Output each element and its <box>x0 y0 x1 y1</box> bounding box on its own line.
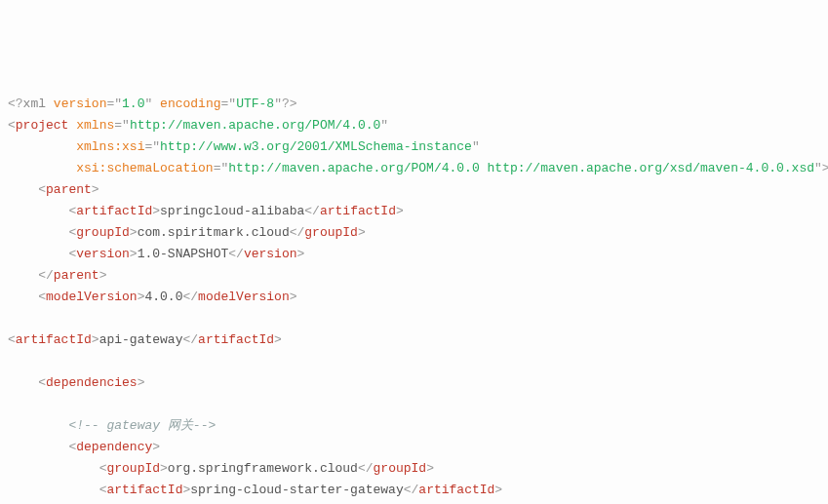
code-block: <?xml version="1.0" encoding="UTF-8"?> <… <box>8 94 820 504</box>
line-18: <groupId>org.springframework.cloud</grou… <box>8 461 434 476</box>
line-06: <artifactId>springcloud-alibaba</artifac… <box>8 204 404 218</box>
line-14: <dependencies> <box>8 375 144 390</box>
line-10: <modelVersion>4.0.0</modelVersion> <box>8 290 297 304</box>
line-16: <!-- gateway 网关--> <box>8 418 216 433</box>
line-08: <version>1.0-SNAPSHOT</version> <box>8 247 304 261</box>
line-09: </parent> <box>8 268 106 283</box>
line-04: xsi:schemaLocation="http://maven.apache.… <box>8 161 828 175</box>
line-02: <project xmlns="http://maven.apache.org/… <box>8 118 388 133</box>
line-12: <artifactId>api-gateway</artifactId> <box>8 332 282 347</box>
line-05: <parent> <box>8 182 99 197</box>
line-03: xmlns:xsi="http://www.w3.org/2001/XMLSch… <box>8 139 480 154</box>
line-01: <?xml version="1.0" encoding="UTF-8"?> <box>8 97 297 111</box>
line-17: <dependency> <box>8 440 160 454</box>
line-07: <groupId>com.spiritmark.cloud</groupId> <box>8 225 366 240</box>
line-19: <artifactId>spring-cloud-starter-gateway… <box>8 483 502 497</box>
